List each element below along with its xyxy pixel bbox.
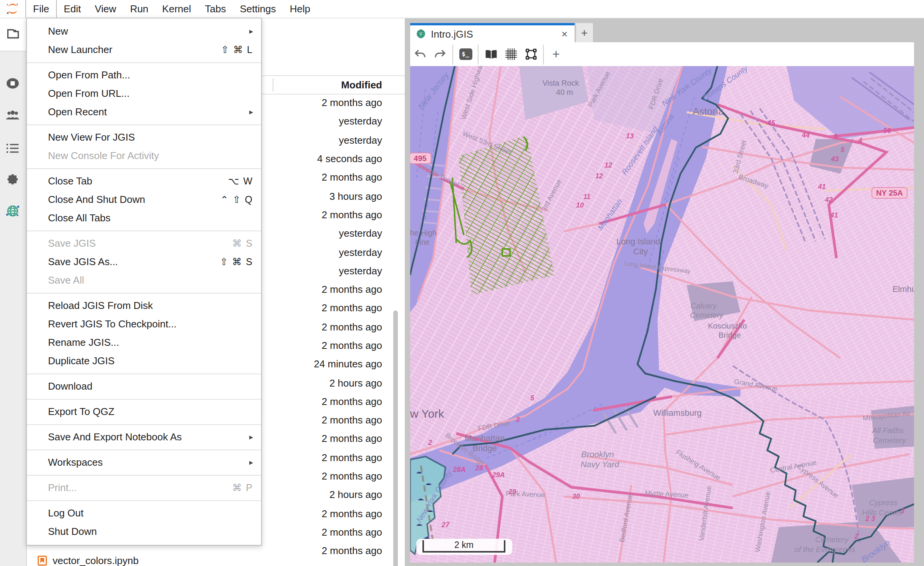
jgis-globe-icon — [416, 29, 426, 38]
menu-item-duplicate-jgis[interactable]: Duplicate JGIS — [26, 352, 261, 370]
menu-item-shut-down[interactable]: Shut Down — [26, 522, 261, 541]
menu-item-workspaces[interactable]: Workspaces▸ — [26, 453, 261, 471]
console-button[interactable]: $_ — [455, 44, 475, 64]
menubar-item-help[interactable]: Help — [283, 0, 317, 17]
submenu-arrow-icon: ▸ — [249, 433, 253, 441]
menubar-item-view[interactable]: View — [88, 0, 123, 17]
menu-item-revert-jgis-to-checkpoint[interactable]: Revert JGIS To Checkpoint... — [26, 315, 261, 333]
menu-item-save-all: Save All — [26, 271, 261, 289]
menubar-items: FileEditViewRunKernelTabsSettingsHelp — [25, 0, 317, 17]
vector-square-icon — [525, 48, 537, 60]
menubar-item-edit[interactable]: Edit — [57, 0, 88, 17]
running-kernels-icon[interactable] — [0, 76, 26, 90]
redo-button[interactable] — [430, 44, 450, 64]
menu-item-new[interactable]: New▸ — [26, 22, 261, 40]
menu-separator — [26, 168, 261, 169]
console-icon: $_ — [459, 48, 472, 60]
new-tab-button[interactable]: + — [576, 23, 593, 42]
tab-bar: Intro.jGIS × + — [410, 17, 914, 43]
toolbar-separator — [543, 44, 544, 64]
extensions-icon[interactable] — [0, 173, 26, 187]
menu-item-new-console-for-activity: New Console For Activity — [26, 146, 261, 165]
menu-item-save-jgis-as[interactable]: Save JGIS As...⇧ ⌘ S — [26, 252, 261, 271]
submenu-arrow-icon: ▸ — [249, 458, 253, 466]
menu-separator — [26, 373, 261, 374]
menu-item-rename-jgis[interactable]: Rename JGIS... — [26, 333, 261, 352]
map-scale-bar: 2 km — [416, 539, 512, 555]
column-divider — [272, 78, 273, 91]
left-activity-bar — [0, 17, 26, 566]
file-browser-icon[interactable] — [0, 27, 26, 40]
jupyter-logo-icon — [0, 0, 25, 17]
toolbar-separator — [452, 44, 453, 64]
menu-item-close-all-tabs[interactable]: Close All Tabs — [26, 209, 261, 227]
map-document-panel: Intro.jGIS × + $_ — [404, 17, 924, 566]
file-row-vector-colors[interactable]: vector_colors.ipynb — [26, 551, 287, 566]
menu-item-open-recent[interactable]: Open Recent▸ — [26, 103, 261, 121]
book-icon — [484, 49, 497, 60]
menu-item-save-jgis: Save JGIS⌘ S — [26, 234, 261, 252]
tab-close-icon[interactable]: × — [561, 28, 568, 39]
menubar-item-file[interactable]: File — [25, 0, 57, 17]
menubar-item-settings[interactable]: Settings — [233, 0, 283, 17]
map-canvas — [410, 66, 914, 562]
menu-item-export-to-qgz[interactable]: Export To QGZ — [26, 402, 261, 421]
grid-icon — [505, 48, 517, 60]
map-view[interactable]: New JerseyVista Rock40 mAstoriaNew York … — [410, 66, 914, 562]
jupyterlab-window: FileEditViewRunKernelTabsSettingsHelp Mo… — [0, 0, 924, 566]
modified-column-header[interactable]: Modified — [341, 79, 382, 91]
menu-separator — [26, 124, 261, 125]
notebook-icon — [37, 556, 46, 566]
menu-separator — [26, 62, 261, 63]
menu-separator — [26, 449, 261, 450]
menu-item-open-from-path[interactable]: Open From Path... — [26, 66, 261, 84]
table-of-contents-icon[interactable] — [0, 143, 26, 153]
undo-button[interactable] — [410, 44, 430, 64]
collaboration-icon[interactable] — [0, 110, 26, 120]
menu-item-new-launcher[interactable]: New Launcher⇧ ⌘ L — [26, 40, 261, 59]
grid-button[interactable] — [501, 44, 521, 64]
tab-title: Intro.jGIS — [431, 28, 561, 40]
file-menu-dropdown: New▸New Launcher⇧ ⌘ LOpen From Path...Op… — [26, 17, 262, 545]
menu-item-new-view-for-jgis[interactable]: New View For JGIS — [26, 128, 261, 146]
menu-separator — [26, 292, 261, 293]
identify-button[interactable] — [481, 44, 501, 64]
map-toolbar: $_ + — [410, 42, 914, 67]
menu-separator — [26, 230, 261, 231]
menu-separator — [26, 500, 261, 501]
menu-separator — [26, 424, 261, 425]
menubar-item-tabs[interactable]: Tabs — [198, 0, 233, 17]
menu-item-reload-jgis-from-disk[interactable]: Reload JGIS From Disk — [26, 296, 261, 315]
scale-bracket: 2 km — [422, 540, 505, 553]
menu-item-print: Print...⌘ P — [26, 478, 261, 497]
tab-intro-jgis[interactable]: Intro.jGIS × — [410, 23, 575, 42]
select-button[interactable] — [521, 44, 541, 64]
toolbar-separator — [478, 44, 479, 64]
menu-item-log-out[interactable]: Log Out — [26, 504, 261, 522]
jupytergis-icon[interactable] — [0, 203, 26, 218]
menu-item-save-and-export-notebook-as[interactable]: Save And Export Notebook As▸ — [26, 428, 261, 446]
menu-item-download[interactable]: Download — [26, 377, 261, 395]
menubar-item-run[interactable]: Run — [123, 0, 156, 17]
submenu-arrow-icon: ▸ — [249, 108, 253, 116]
menubar-item-kernel[interactable]: Kernel — [155, 0, 198, 17]
submenu-arrow-icon: ▸ — [249, 27, 253, 35]
file-name: vector_colors.ipynb — [53, 555, 139, 566]
add-layer-button[interactable]: + — [546, 44, 566, 64]
file-list-scrollbar[interactable] — [393, 310, 397, 566]
menu-item-close-tab[interactable]: Close Tab⌥ W — [26, 172, 261, 190]
scale-label: 2 km — [454, 540, 474, 549]
menubar: FileEditViewRunKernelTabsSettingsHelp — [0, 0, 924, 18]
menu-separator — [26, 398, 261, 399]
menu-item-open-from-url[interactable]: Open From URL... — [26, 84, 261, 103]
menu-item-close-and-shut-down[interactable]: Close And Shut Down⌃ ⇧ Q — [26, 190, 261, 209]
menu-separator — [26, 475, 261, 475]
